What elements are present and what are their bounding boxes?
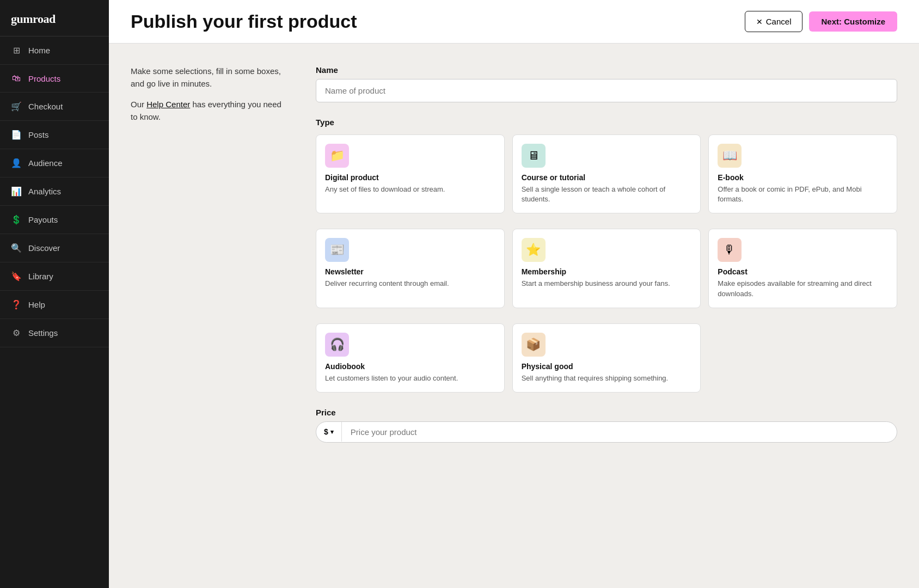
- sidebar-label-posts: Posts: [28, 130, 49, 139]
- physical-icon: 📦: [522, 333, 546, 357]
- sidebar-item-posts[interactable]: 📄 Posts: [0, 121, 109, 149]
- sidebar-label-checkout: Checkout: [28, 102, 63, 111]
- type-grid-row3: 🎧 Audiobook Let customers listen to your…: [316, 323, 897, 393]
- page-title: Publish your first product: [131, 11, 357, 32]
- type-desc-audiobook: Let customers listen to your audio conte…: [325, 373, 495, 383]
- type-desc-podcast: Make episodes available for streaming an…: [718, 279, 888, 298]
- checkout-icon: 🛒: [11, 101, 22, 112]
- settings-icon: ⚙: [11, 328, 22, 338]
- header-actions: ✕ Cancel Next: Customize: [745, 11, 897, 32]
- products-icon: 🛍: [11, 74, 22, 83]
- audiobook-icon: 🎧: [325, 333, 349, 357]
- type-desc-digital: Any set of files to download or stream.: [325, 185, 495, 194]
- sidebar-label-library: Library: [28, 272, 53, 281]
- sidebar-label-help: Help: [28, 300, 45, 309]
- name-label: Name: [316, 65, 897, 75]
- help-center-link[interactable]: Help Center: [146, 100, 190, 109]
- type-title-podcast: Podcast: [718, 267, 888, 276]
- type-label: Type: [316, 118, 897, 127]
- sidebar-item-help[interactable]: ❓ Help: [0, 291, 109, 319]
- type-grid-row2: 📰 Newsletter Deliver recurring content t…: [316, 229, 897, 308]
- description: Make some selections, fill in some boxes…: [131, 65, 283, 90]
- sidebar: gumroad ⊞ Home 🛍 Products 🛒 Checkout 📄 P…: [0, 0, 109, 588]
- type-card-audiobook[interactable]: 🎧 Audiobook Let customers listen to your…: [316, 323, 505, 393]
- type-title-membership: Membership: [522, 267, 692, 276]
- next-button[interactable]: Next: Customize: [809, 11, 897, 32]
- analytics-icon: 📊: [11, 186, 22, 197]
- currency-selector[interactable]: $ ▾: [316, 422, 342, 442]
- home-icon: ⊞: [11, 45, 22, 56]
- sidebar-nav: ⊞ Home 🛍 Products 🛒 Checkout 📄 Posts 👤 A…: [0, 36, 109, 588]
- page-content: Make some selections, fill in some boxes…: [109, 44, 919, 464]
- sidebar-item-checkout[interactable]: 🛒 Checkout: [0, 93, 109, 121]
- type-desc-membership: Start a membership business around your …: [522, 279, 692, 289]
- left-panel: Make some selections, fill in some boxes…: [131, 65, 283, 443]
- sidebar-label-discover: Discover: [28, 243, 60, 253]
- library-icon: 🔖: [11, 271, 22, 281]
- sidebar-item-audience[interactable]: 👤 Audience: [0, 149, 109, 177]
- price-input[interactable]: [342, 422, 897, 442]
- help-icon: ❓: [11, 299, 22, 310]
- course-icon: 🖥: [522, 144, 546, 168]
- main-content: Publish your first product ✕ Cancel Next…: [109, 0, 919, 588]
- currency-chevron-icon: ▾: [330, 428, 334, 436]
- payouts-icon: 💲: [11, 215, 22, 225]
- page-header: Publish your first product ✕ Cancel Next…: [109, 0, 919, 44]
- price-label: Price: [316, 408, 897, 417]
- type-desc-newsletter: Deliver recurring content through email.: [325, 279, 495, 289]
- type-card-course[interactable]: 🖥 Course or tutorial Sell a single lesso…: [512, 134, 701, 213]
- sidebar-label-analytics: Analytics: [28, 187, 61, 196]
- sidebar-label-payouts: Payouts: [28, 215, 58, 224]
- type-card-ebook[interactable]: 📖 E-book Offer a book or comic in PDF, e…: [708, 134, 897, 213]
- ebook-icon: 📖: [718, 144, 742, 168]
- type-card-membership[interactable]: ⭐ Membership Start a membership business…: [512, 229, 701, 308]
- logo-area: gumroad: [0, 0, 109, 36]
- type-title-audiobook: Audiobook: [325, 362, 495, 371]
- type-desc-ebook: Offer a book or comic in PDF, ePub, and …: [718, 185, 888, 204]
- digital-icon: 📁: [325, 144, 349, 168]
- type-card-podcast[interactable]: 🎙 Podcast Make episodes available for st…: [708, 229, 897, 308]
- currency-symbol: $: [324, 427, 328, 436]
- cancel-button[interactable]: ✕ Cancel: [745, 11, 803, 32]
- sidebar-item-discover[interactable]: 🔍 Discover: [0, 234, 109, 262]
- sidebar-item-products[interactable]: 🛍 Products: [0, 65, 109, 93]
- sidebar-item-home[interactable]: ⊞ Home: [0, 36, 109, 65]
- type-title-physical: Physical good: [522, 362, 692, 371]
- type-card-newsletter[interactable]: 📰 Newsletter Deliver recurring content t…: [316, 229, 505, 308]
- newsletter-icon: 📰: [325, 238, 349, 262]
- sidebar-item-analytics[interactable]: 📊 Analytics: [0, 177, 109, 206]
- logo: gumroad: [11, 12, 98, 26]
- type-title-digital: Digital product: [325, 173, 495, 182]
- posts-icon: 📄: [11, 130, 22, 140]
- type-grid-row1: 📁 Digital product Any set of files to do…: [316, 134, 897, 213]
- type-title-ebook: E-book: [718, 173, 888, 182]
- sidebar-item-settings[interactable]: ⚙ Settings: [0, 319, 109, 347]
- type-desc-course: Sell a single lesson or teach a whole co…: [522, 185, 692, 204]
- sidebar-label-audience: Audience: [28, 158, 63, 168]
- audience-icon: 👤: [11, 158, 22, 168]
- cancel-icon: ✕: [756, 17, 763, 26]
- sidebar-item-library[interactable]: 🔖 Library: [0, 262, 109, 291]
- type-title-newsletter: Newsletter: [325, 267, 495, 276]
- membership-icon: ⭐: [522, 238, 546, 262]
- price-input-wrap: $ ▾: [316, 421, 897, 443]
- name-input[interactable]: [316, 79, 897, 102]
- sidebar-label-products: Products: [28, 74, 60, 83]
- type-card-physical[interactable]: 📦 Physical good Sell anything that requi…: [512, 323, 701, 393]
- type-card-digital[interactable]: 📁 Digital product Any set of files to do…: [316, 134, 505, 213]
- right-panel: Name Type 📁 Digital product Any set of f…: [316, 65, 897, 443]
- sidebar-label-home: Home: [28, 46, 50, 55]
- sidebar-label-settings: Settings: [28, 328, 58, 338]
- podcast-icon: 🎙: [718, 238, 742, 262]
- type-title-course: Course or tutorial: [522, 173, 692, 182]
- type-desc-physical: Sell anything that requires shipping som…: [522, 373, 692, 383]
- sidebar-item-payouts[interactable]: 💲 Payouts: [0, 206, 109, 234]
- discover-icon: 🔍: [11, 243, 22, 253]
